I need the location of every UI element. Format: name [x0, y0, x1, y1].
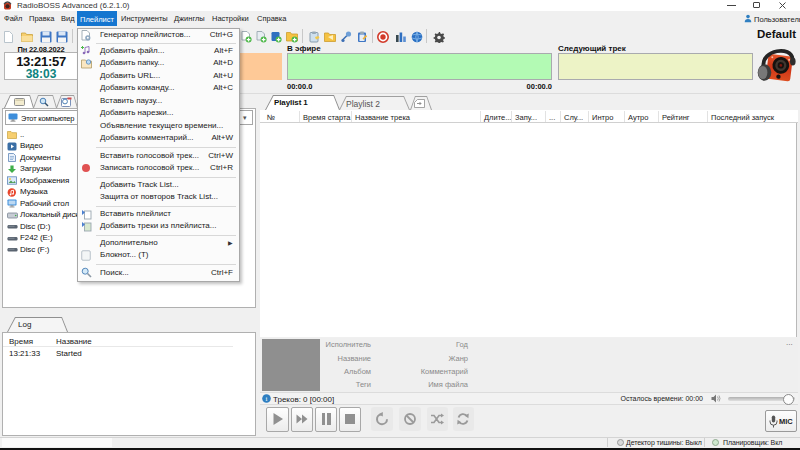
svg-text:i: i: [266, 395, 268, 403]
